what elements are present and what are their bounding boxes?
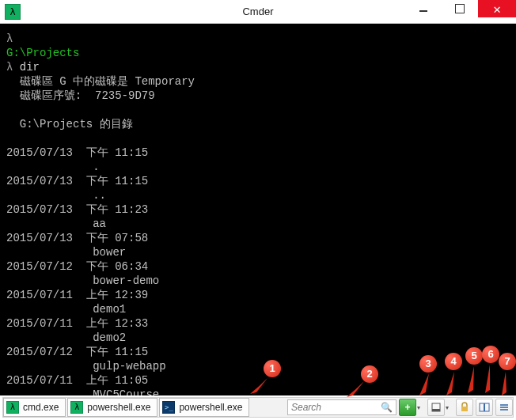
close-button[interactable]: [478, 0, 516, 17]
terminal-pane[interactable]: λ G:\Projects λ dir 磁碟區 G 中的磁碟是 Temporar…: [0, 24, 516, 395]
titlebar: λ Cmder: [0, 0, 516, 24]
lambda-icon: λ: [70, 401, 83, 414]
lambda-icon: λ: [6, 401, 19, 414]
maximize-button[interactable]: [442, 0, 478, 17]
tab-label: powershell.exe: [179, 402, 242, 413]
search-box[interactable]: 🔍: [287, 399, 396, 415]
menu-button[interactable]: [495, 399, 513, 416]
lock-button[interactable]: [456, 399, 473, 416]
console-tab[interactable]: λpowershell.exe: [67, 398, 157, 417]
tab-label: powershell.exe: [87, 402, 150, 413]
minimize-tray-dropdown[interactable]: ▾: [446, 404, 453, 411]
search-input[interactable]: [291, 402, 381, 413]
panels-button[interactable]: [476, 399, 493, 416]
minimize-button[interactable]: [405, 0, 442, 17]
search-icon[interactable]: 🔍: [381, 402, 393, 413]
powershell-icon: >_: [162, 401, 175, 414]
svg-rect-1: [432, 409, 440, 411]
tab-label: cmd.exe: [23, 402, 59, 413]
minimize-tray-button[interactable]: [427, 399, 445, 416]
console-tab[interactable]: >_powershell.exe: [159, 398, 249, 417]
console-tab[interactable]: λcmd.exe: [3, 398, 66, 417]
window-controls: [405, 0, 516, 23]
new-tab-button[interactable]: +: [399, 399, 416, 416]
app-icon: λ: [5, 4, 21, 20]
status-bar: λcmd.exeλpowershell.exe>_powershell.exe …: [2, 397, 514, 418]
svg-rect-2: [461, 407, 468, 411]
svg-rect-4: [485, 403, 490, 411]
new-tab-dropdown[interactable]: ▾: [417, 404, 425, 411]
svg-rect-3: [480, 403, 484, 411]
